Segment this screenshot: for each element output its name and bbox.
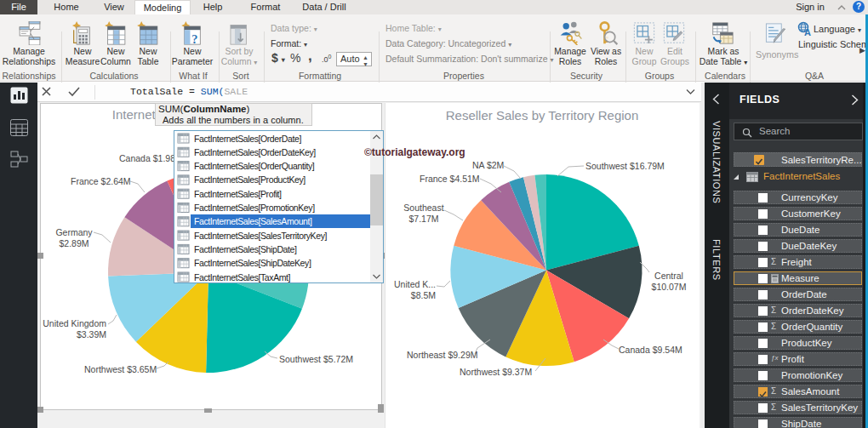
svg-text:A: A (804, 27, 811, 37)
svg-text:?: ? (191, 32, 197, 45)
